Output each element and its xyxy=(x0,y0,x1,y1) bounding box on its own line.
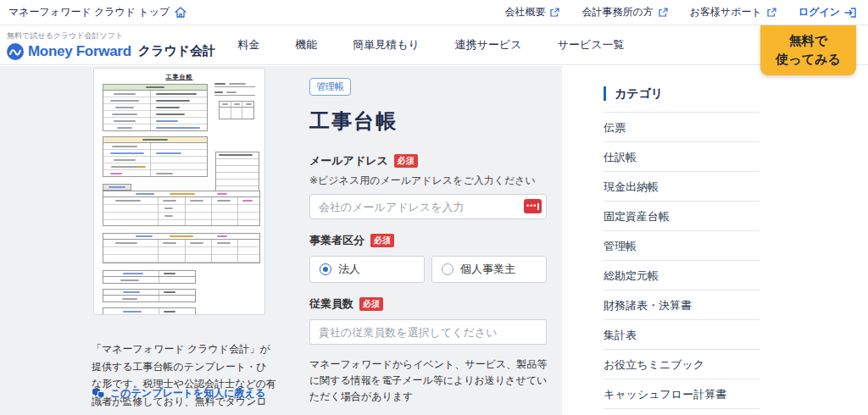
login-link[interactable]: ログイン xyxy=(798,5,856,19)
free-trial-button[interactable]: 無料で 使ってみる xyxy=(760,25,856,75)
email-note: ※ビジネス用のメールアドレスをご入力ください xyxy=(309,174,547,188)
utility-bar: マネーフォワード クラウド トップ 会社概要 会計事務所の方 お客様サポート ロ… xyxy=(0,0,868,25)
category-item-cashflow[interactable]: キャッシュフロー計算書 xyxy=(604,379,760,409)
category-item-sokanjo-motocho[interactable]: 総勘定元帳 xyxy=(604,261,760,290)
category-list: 伝票 仕訳帳 現金出納帳 固定資産台帳 管理帳 総勘定元帳 財務諸表・決算書 集… xyxy=(604,112,760,409)
chat-bubbles-icon xyxy=(92,388,105,399)
employees-label: 従業員数 xyxy=(309,296,353,312)
customer-support-link[interactable]: お客様サポート xyxy=(690,5,776,19)
required-badge: 必須 xyxy=(370,234,394,247)
required-badge: 必須 xyxy=(394,154,418,168)
preview-section-tab xyxy=(103,184,131,191)
external-link-icon xyxy=(766,8,776,18)
moneyforward-logo-icon xyxy=(7,43,24,60)
template-preview-image: 工事台帳 xyxy=(93,68,265,315)
accounting-firm-link[interactable]: 会計事務所の方 xyxy=(581,5,667,19)
brand-wordmark: Money Forward xyxy=(28,43,131,60)
site-header: 無料で試せるクラウド会計ソフト Money Forward クラウド会計 料金 … xyxy=(0,25,868,65)
company-overview-link[interactable]: 会社概要 xyxy=(504,5,559,19)
preview-table-small-2 xyxy=(103,289,196,302)
preview-date-line xyxy=(214,80,255,87)
email-label-row: メールアドレス 必須 xyxy=(309,153,547,169)
page-content: 工事台帳 xyxy=(0,66,868,415)
category-item-genkin-suitocho[interactable]: 現金出納帳 xyxy=(604,172,760,202)
business-type-label-row: 事業者区分 必須 xyxy=(309,233,547,248)
category-item-kotei-shisan-daicho[interactable]: 固定資産台帳 xyxy=(604,202,760,231)
category-item-zaimu-shohyo[interactable]: 財務諸表・決算書 xyxy=(604,290,760,320)
radio-unselected-icon xyxy=(442,263,453,275)
external-link-icon xyxy=(549,8,559,18)
nav-item-services[interactable]: サービス一覧 xyxy=(558,34,625,56)
external-link-icon xyxy=(658,8,668,18)
utility-links: 会社概要 会計事務所の方 お客様サポート ログイン xyxy=(504,5,856,19)
radio-option-sole-proprietor[interactable]: 個人事業主 xyxy=(431,256,547,283)
business-type-options: 法人 個人事業主 xyxy=(309,256,547,283)
login-icon xyxy=(844,8,856,18)
category-item-kanricho[interactable]: 管理帳 xyxy=(604,231,760,261)
preview-table-costs xyxy=(103,233,260,263)
preview-sheet-title: 工事台帳 xyxy=(94,74,264,80)
autofill-extension-icon[interactable]: ••• xyxy=(524,199,542,213)
category-sidebar-title: カテゴリ xyxy=(604,86,760,101)
preview-stamp-box xyxy=(219,101,254,119)
employees-select[interactable] xyxy=(309,319,547,345)
main-nav: 料金 機能 簡単見積もり 連携サービス サービス一覧 xyxy=(237,34,624,56)
cloud-top-label: マネーフォワード クラウド トップ xyxy=(8,5,170,19)
email-input[interactable] xyxy=(309,194,547,219)
category-item-shiwakecho[interactable]: 仕訳帳 xyxy=(604,142,760,172)
home-icon xyxy=(175,7,186,18)
radio-selected-icon xyxy=(320,263,331,275)
category-sidebar: カテゴリ 伝票 仕訳帳 現金出納帳 固定資産台帳 管理帳 総勘定元帳 財務諸表・… xyxy=(604,86,760,409)
preview-table-small-3 xyxy=(103,307,196,314)
category-item-minibook[interactable]: お役立ちミニブック xyxy=(604,350,760,379)
preview-table-orders xyxy=(103,191,260,226)
template-description: 「マネーフォワード クラウド会計」が提供する工事台帳のテンプレート・ひな形です。… xyxy=(92,340,276,415)
preview-no-line xyxy=(214,89,255,96)
preview-table-small-1 xyxy=(103,270,196,284)
preview-table-info xyxy=(103,84,208,131)
nav-item-pricing[interactable]: 料金 xyxy=(237,34,259,56)
category-badge[interactable]: 管理帳 xyxy=(309,78,351,96)
business-type-label: 事業者区分 xyxy=(309,233,364,248)
marketing-consent-note: マネーフォワードからイベント、サービス、製品等に関する情報を電子メール等によりお… xyxy=(309,357,548,406)
radio-option-corporation[interactable]: 法人 xyxy=(309,256,425,283)
category-item-denpyo[interactable]: 伝票 xyxy=(604,113,760,142)
nav-item-integrations[interactable]: 連携サービス xyxy=(455,34,522,56)
category-item-shukeihyo[interactable]: 集計表 xyxy=(604,320,760,350)
employees-label-row: 従業員数 必須 xyxy=(309,296,547,312)
email-label: メールアドレス xyxy=(309,153,388,169)
brand-logo[interactable]: 無料で試せるクラウド会計ソフト Money Forward クラウド会計 xyxy=(7,30,215,60)
preview-table-amounts xyxy=(103,136,208,177)
brand-product-name: クラウド会計 xyxy=(138,43,215,59)
page-title: 工事台帳 xyxy=(309,108,547,135)
brand-tagline: 無料で試せるクラウド会計ソフト xyxy=(7,30,215,42)
download-form: 管理帳 工事台帳 メールアドレス 必須 ※ビジネス用のメールアドレスをご入力くだ… xyxy=(309,78,547,415)
share-template-link[interactable]: このテンプレートを知人に教える xyxy=(92,386,265,401)
required-badge: 必須 xyxy=(359,297,383,311)
nav-item-quote[interactable]: 簡単見積もり xyxy=(353,34,420,56)
nav-item-features[interactable]: 機能 xyxy=(295,34,317,56)
cloud-top-link[interactable]: マネーフォワード クラウド トップ xyxy=(8,5,186,19)
share-template-label: このテンプレートを知人に教える xyxy=(110,386,265,401)
